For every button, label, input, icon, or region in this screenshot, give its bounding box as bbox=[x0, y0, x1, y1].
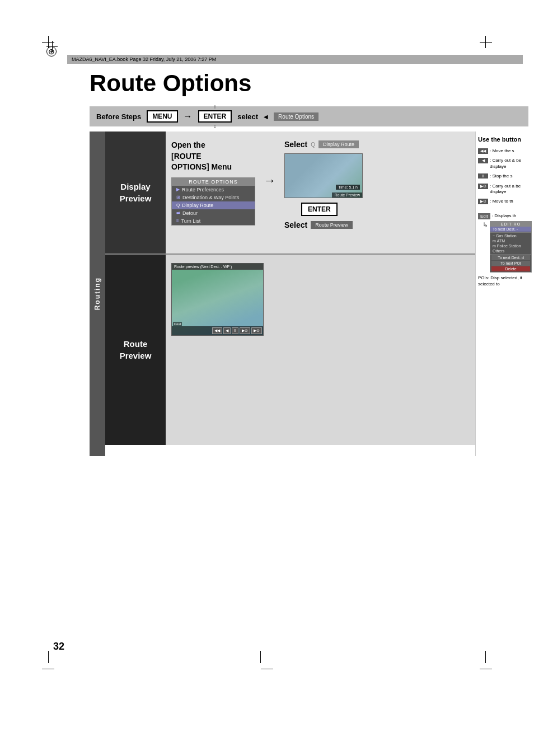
sub-arrow-icon: ↳ bbox=[483, 221, 488, 229]
display-preview-content: Open the [ROUTE OPTIONS] Menu ROUTE OPTI… bbox=[166, 132, 475, 253]
display-route-tag: Display Route bbox=[318, 140, 359, 148]
open-route-text: Open the [ROUTE OPTIONS] Menu bbox=[171, 140, 255, 173]
edit-ro-item-others[interactable]: Others bbox=[490, 248, 531, 253]
nav-btn-back-icon[interactable]: ◀ bbox=[223, 327, 231, 334]
select2-label: Select bbox=[284, 220, 307, 229]
routing-label: Routing bbox=[93, 277, 101, 310]
route-options-tag: Route Options bbox=[274, 112, 318, 121]
instruction-prev: ◀◀ : Move the s bbox=[478, 148, 532, 154]
instruction-carry1: ◀ : Carry out & be displaye bbox=[478, 158, 532, 170]
edit-ro-item-atm[interactable]: mATM bbox=[490, 238, 531, 243]
right-panel: Use the button ◀◀ : Move the s ◀ : Carry… bbox=[475, 132, 534, 456]
instruction-prev-text: : Move the s bbox=[490, 148, 514, 154]
btn-to-next-poi[interactable]: To next POI bbox=[491, 261, 530, 266]
edit-ro-subheader: To next Dest. - bbox=[490, 227, 531, 232]
edit-description: : Displays th bbox=[492, 213, 517, 219]
route-map-dest-label: Dest bbox=[173, 322, 182, 326]
enter-btn-standalone[interactable]: ENTER bbox=[301, 203, 338, 216]
edit-btn[interactable]: Edit bbox=[478, 213, 490, 219]
instruction-move-text: : Move to th bbox=[490, 199, 513, 204]
nav-btn-stop-icon[interactable]: II bbox=[232, 327, 238, 334]
display-preview-section: Display Preview Open the [ROUTE OPTIONS]… bbox=[105, 132, 475, 255]
enter-arrow-down-icon: ↓ bbox=[213, 123, 216, 129]
route-nav-buttons: ◀◀ ◀ II ▶⊙ ▶⊙ bbox=[172, 326, 263, 335]
route-map-preview: Time: 5.1 h Route Preview bbox=[284, 153, 363, 198]
btn-delete[interactable]: Delete bbox=[491, 266, 530, 271]
enter-arrow-up-icon: ↑ bbox=[213, 104, 216, 110]
instruction-stop: II : Stop the s bbox=[478, 173, 532, 179]
route-preview-tag: Route Preview bbox=[311, 221, 353, 229]
before-steps-bar: Before Steps MENU → ↑ ENTER ↓ select ◀ R… bbox=[90, 106, 528, 126]
menu-item-turn-list[interactable]: ≡ Turn List bbox=[172, 217, 255, 225]
nav-btn-prev-icon[interactable]: ◀◀ bbox=[212, 327, 222, 334]
before-steps-label: Before Steps bbox=[96, 112, 141, 121]
menu-item-display-route[interactable]: Q Display Route bbox=[172, 201, 255, 209]
instruction-carry2-text: : Carry out a be displaye bbox=[490, 184, 532, 195]
btn-stop-icon[interactable]: II bbox=[478, 173, 488, 179]
route-preview-content: Route preview (Next Dest. - WP ) ◀◀ ◀ II… bbox=[166, 255, 475, 445]
flow-arrow-right-icon: → bbox=[264, 173, 276, 188]
menu-item-route-prefs[interactable]: ▶ Route Preferences bbox=[172, 186, 255, 194]
route-options-icon: ◀ bbox=[264, 114, 268, 120]
enter-btn[interactable]: ENTER bbox=[198, 110, 232, 123]
nav-btn-next-icon[interactable]: ▶⊙ bbox=[251, 327, 262, 334]
edit-ro-panel: EDIT RO To next Dest. - ~Gas Station mAT… bbox=[490, 221, 532, 273]
btn-to-next-dest[interactable]: To next Dest. d bbox=[491, 255, 530, 260]
btn-move-icon[interactable]: ▶⊙ bbox=[478, 199, 488, 204]
edit-ro-item-gas[interactable]: ~Gas Station bbox=[490, 233, 531, 238]
route-options-menu: ROUTE OPTIONS ▶ Route Preferences ⊞ Dest… bbox=[171, 177, 255, 226]
magnifier-icon: Q bbox=[311, 142, 315, 148]
route-preview-label-col: Route Preview bbox=[105, 255, 166, 445]
routing-sidebar: Routing bbox=[90, 132, 105, 456]
edit-ro-item-police[interactable]: mPolice Station bbox=[490, 243, 531, 248]
display-preview-label-line2: Preview bbox=[120, 194, 152, 203]
instruction-stop-text: : Stop the s bbox=[490, 173, 512, 179]
route-preview-label-line2: Preview bbox=[120, 351, 152, 360]
menu-item-detour[interactable]: ⇄ Detour bbox=[172, 209, 255, 217]
page-number: 32 bbox=[53, 641, 64, 652]
select-label: select bbox=[237, 112, 258, 121]
instruction-carry2: ▶⊙ : Carry out a be displaye bbox=[478, 184, 532, 195]
edit-section: Edit : Displays th ↳ EDIT RO To next Des… bbox=[478, 213, 532, 287]
nav-btn-play-icon[interactable]: ▶⊙ bbox=[240, 327, 250, 334]
route-preview-map: Route preview (Next Dest. - WP ) ◀◀ ◀ II… bbox=[171, 263, 264, 336]
instruction-move: ▶⊙ : Move to th bbox=[478, 199, 532, 204]
menu-item-dest-waypoints[interactable]: ⊞ Destination & Way Points bbox=[172, 194, 255, 201]
display-preview-label-col: Display Preview bbox=[105, 132, 166, 253]
route-map-header: Route preview (Next Dest. - WP ) bbox=[172, 264, 263, 270]
file-info: MAZDA6_NAVI_EA.book Page 32 Friday, July… bbox=[72, 57, 216, 62]
btn-carry1-icon[interactable]: ◀ bbox=[478, 158, 488, 163]
route-preview-section: Route Preview Route preview (Next Dest. … bbox=[105, 255, 475, 445]
edit-ro-header: EDIT RO bbox=[490, 222, 531, 227]
btn-carry2-icon[interactable]: ▶⊙ bbox=[478, 184, 488, 189]
menu-btn[interactable]: MENU bbox=[147, 110, 177, 123]
route-menu-header: ROUTE OPTIONS bbox=[172, 178, 255, 186]
instruction-carry1-text: : Carry out & be displaye bbox=[490, 158, 532, 170]
map-route-preview-label: Route Preview bbox=[332, 192, 362, 198]
select1-label: Select bbox=[284, 140, 307, 149]
btn-prev-icon[interactable]: ◀◀ bbox=[478, 148, 488, 154]
pois-text: POIs: Disp selected, it selected to bbox=[478, 275, 532, 287]
route-preview-label-line1: Route bbox=[124, 339, 148, 349]
map-time-badge: Time: 5.1 h bbox=[336, 185, 360, 190]
use-btn-title: Use the button bbox=[478, 136, 532, 143]
page-title: Route Options bbox=[90, 70, 251, 97]
display-preview-label-line1: Display bbox=[120, 182, 150, 191]
arrow-right-icon: → bbox=[184, 111, 193, 121]
